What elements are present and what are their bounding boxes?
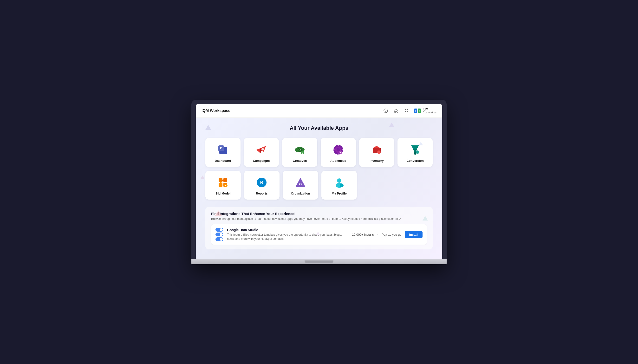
app-card-conversion[interactable]: C Conversion: [398, 138, 433, 167]
svg-text:?: ?: [385, 109, 386, 112]
toggle-2[interactable]: [216, 232, 223, 236]
svg-text:Q: Q: [418, 110, 420, 112]
app-card-campaigns[interactable]: C Campaigns: [244, 138, 279, 167]
svg-rect-44: [224, 178, 227, 182]
svg-point-55: [337, 178, 342, 183]
svg-rect-3: [407, 109, 408, 110]
integration-section: Find Integrations That Enhance Your Expe…: [205, 207, 433, 250]
audiences-icon: A: [332, 144, 344, 156]
svg-text:D: D: [220, 146, 222, 150]
myprofile-icon: P: [333, 176, 346, 189]
integration-title: Find Integrations That Enhance Your Expe…: [211, 212, 427, 216]
svg-text:P: P: [341, 184, 342, 187]
toggle-1[interactable]: [216, 228, 223, 232]
app-card-dashboard[interactable]: D Dashboard: [205, 138, 240, 167]
grid-icon[interactable]: [404, 107, 410, 114]
svg-point-27: [338, 145, 339, 146]
deco-triangle-4: [422, 216, 428, 220]
app-card-audiences[interactable]: A Audiences: [321, 138, 356, 167]
header: IQM Workspace ?: [196, 104, 442, 118]
app-card-my-profile[interactable]: P My Profile: [322, 171, 357, 200]
main-content: All Your Available Apps D Dashboard: [196, 118, 442, 259]
deco-triangle-7: [316, 232, 320, 235]
svg-text:C: C: [262, 148, 264, 151]
deco-triangle-2: [389, 122, 394, 127]
svg-marker-40: [414, 152, 416, 155]
integration-name: Google Data Studio: [227, 228, 348, 232]
svg-rect-2: [405, 109, 406, 110]
svg-text:I: I: [379, 151, 380, 154]
app-card-reports[interactable]: R Reports: [244, 171, 280, 200]
inventory-icon: I: [370, 144, 383, 156]
integration-description: Browse through our marketplace to learn …: [211, 217, 427, 220]
laptop-frame: IQM Workspace ?: [192, 100, 446, 264]
deco-triangle-1: [205, 125, 211, 130]
myprofile-label: My Profile: [332, 192, 347, 195]
integration-right: 10,000+ installs · Pay as you go Install: [352, 231, 422, 238]
install-button[interactable]: Install: [405, 231, 422, 238]
brand-section: I Q IQM Corporation: [414, 107, 436, 114]
conversion-label: Conversion: [406, 159, 424, 162]
deco-triangle-6: [419, 142, 423, 146]
svg-point-28: [338, 153, 339, 154]
campaigns-label: Campaigns: [253, 159, 270, 162]
laptop-notch: [304, 260, 334, 263]
apps-grid-row2: B Bid Model R Reports: [205, 171, 357, 200]
deco-triangle-5: [200, 176, 204, 179]
audiences-label: Audiences: [330, 159, 346, 162]
app-card-bid-model[interactable]: B Bid Model: [205, 171, 241, 200]
svg-text:I: I: [415, 110, 416, 112]
svg-text:A: A: [340, 151, 342, 154]
app-card-organization[interactable]: O Organization: [283, 171, 318, 200]
svg-text:C: C: [417, 151, 418, 154]
bidmodel-icon: B: [217, 176, 229, 189]
svg-point-26: [336, 148, 340, 152]
dashboard-icon: D: [217, 144, 229, 156]
svg-marker-38: [411, 146, 419, 149]
app-card-creatives[interactable]: C Creatives: [282, 138, 317, 167]
inventory-label: Inventory: [370, 159, 384, 162]
toggle-group: [216, 228, 223, 241]
laptop-base: [192, 259, 446, 264]
page-title: All Your Available Apps: [205, 125, 433, 131]
svg-marker-13: [256, 146, 266, 153]
svg-point-30: [342, 149, 343, 150]
creatives-icon: C: [294, 144, 306, 156]
dashboard-label: Dashboard: [215, 159, 231, 162]
integration-info: Google Data Studio This feature-filled n…: [227, 228, 348, 241]
help-icon[interactable]: ?: [382, 107, 389, 114]
svg-rect-48: [220, 182, 222, 184]
organization-label: Organization: [291, 192, 310, 195]
iqm-logo-icon: I Q: [414, 108, 421, 113]
apps-grid-row1: D Dashboard C: [205, 138, 433, 167]
svg-point-29: [333, 149, 334, 150]
deco-triangle-3: [215, 210, 222, 216]
svg-rect-45: [218, 183, 222, 187]
creatives-label: Creatives: [293, 159, 307, 162]
organization-icon: O: [294, 176, 307, 189]
campaigns-icon: C: [255, 144, 268, 156]
integration-note: This feature-filled newsletter template …: [227, 233, 348, 241]
svg-text:R: R: [260, 180, 264, 185]
app-title: IQM Workspace: [202, 108, 230, 113]
svg-text:O: O: [299, 182, 302, 186]
header-actions: ?: [382, 107, 436, 114]
toggle-3[interactable]: [216, 237, 223, 241]
svg-rect-47: [222, 180, 224, 181]
svg-text:B: B: [225, 184, 227, 187]
installs-count: 10,000+ installs: [352, 233, 374, 236]
reports-label: Reports: [256, 192, 268, 195]
laptop-screen: IQM Workspace ?: [196, 104, 442, 259]
svg-point-21: [300, 149, 301, 150]
svg-rect-4: [405, 111, 406, 112]
svg-rect-5: [407, 111, 408, 112]
brand-text: IQM Corporation: [423, 107, 436, 114]
svg-text:C: C: [302, 152, 304, 154]
svg-marker-34: [373, 146, 380, 148]
home-icon[interactable]: [393, 107, 400, 114]
pricing-info: Pay as you go: [382, 233, 401, 236]
app-card-inventory[interactable]: I Inventory: [359, 138, 394, 167]
bidmodel-label: Bid Model: [216, 192, 230, 195]
reports-icon: R: [256, 176, 268, 189]
svg-rect-43: [218, 178, 222, 182]
